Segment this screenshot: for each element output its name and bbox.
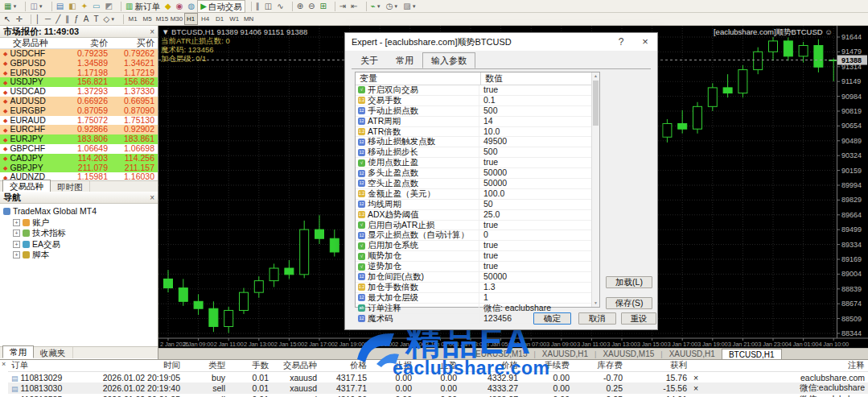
parameter-value[interactable]: true [479,241,599,250]
parameter-row[interactable]: √顺势加仓true [356,251,599,262]
periods-icon[interactable]: ◷▼ [384,1,401,12]
market-watch-row[interactable]: ◆GBPCHF1.066491.06698 [0,144,158,154]
terminal-column-header[interactable]: 时间 [87,360,183,372]
horizontal-line-icon[interactable]: ─ [43,14,53,25]
trendline-icon[interactable]: ╱ [53,14,63,25]
parameter-value[interactable]: 100.0 [479,189,599,199]
market-watch-row[interactable]: ◆AUDUSD0.669260.66951 [0,97,158,106]
scroll-up-icon[interactable]: ▲ [592,72,599,80]
navigator-item[interactable]: +技术指标 [3,228,158,239]
table-row[interactable]: ▤1108135852026.01.02 20:21:35sell0.01xau… [8,394,868,397]
column-bid[interactable]: 卖价 [61,38,110,48]
cancel-button[interactable]: 取消 [578,312,616,325]
autotrade-icon[interactable]: ▶自动交易 [197,0,245,13]
line-chart-icon[interactable]: ∿ [274,1,286,12]
parameter-value[interactable]: 50000 [479,272,599,282]
auto-scroll-icon[interactable]: ⇥ [337,1,348,12]
timeframe-h4[interactable]: H4 [199,13,212,25]
timeframe-m15[interactable]: M15 [155,13,169,25]
scrollbar[interactable]: ▲ ▼ [591,72,599,307]
timeframe-d1[interactable]: D1 [213,13,227,25]
indicators-icon[interactable]: ⌁▼ [368,1,384,12]
timeframe-m1[interactable]: M1 [126,13,140,25]
terminal-column-header[interactable]: 止盈 [415,360,460,372]
parameter-value[interactable]: 49500 [479,137,599,147]
terminal-column-header[interactable]: 手续费 [521,360,573,372]
timeframe-w1[interactable]: W1 [228,13,241,25]
terminal-column-header[interactable]: 止损 [370,360,415,372]
parameter-row[interactable]: 12ATR周期14 [356,117,599,127]
reset-button[interactable]: 重设 [621,312,656,325]
parameter-value[interactable]: 50000 [479,179,599,188]
strategy-tester-icon[interactable]: ◩ [103,1,115,12]
parameter-row[interactable]: 12空头止盈点数50000 [356,179,599,189]
data-window-icon[interactable]: ◧ [66,1,78,12]
parameter-value[interactable]: 14 [479,117,599,126]
parameter-row[interactable]: √逆势加仓true [356,262,599,272]
table-row[interactable]: ▤1108130302026.01.02 20:19:40sell0.01xau… [8,383,868,394]
new-order-icon[interactable]: ▥新订单 [123,1,162,12]
parameter-row[interactable]: 12手动止损点数500 [356,106,599,117]
navigator-tab[interactable]: 常用 [2,345,34,358]
parameter-row[interactable]: 12显示止损点数（自动计算）0 [356,230,599,241]
chart-tab[interactable]: XAUUSD,M15 [596,349,660,359]
vertical-line-icon[interactable]: │ [33,14,43,25]
market-watch-icon[interactable]: ▤ [54,1,66,12]
parameter-row[interactable]: 12均线周期50 [356,200,599,210]
cursor-icon[interactable]: ↖ [2,14,13,25]
close-order-icon[interactable]: × [690,394,703,397]
parameter-value[interactable]: 500 [479,106,599,116]
timeframe-m30[interactable]: M30 [170,13,183,25]
zoom-out-icon[interactable]: ⊖ [306,1,317,12]
parameter-value[interactable]: true [479,221,599,230]
parameter-value[interactable]: true [479,85,599,95]
terminal-column-header[interactable]: 获利 [626,360,690,372]
close-icon[interactable]: × [150,27,154,36]
parameter-row[interactable]: √使用点数止盈true [356,158,599,168]
navigator-item[interactable]: +账户 [3,217,158,229]
templates-icon[interactable]: ▨▼ [401,1,418,12]
terminal-icon[interactable]: ▭ [90,1,102,12]
community-icon[interactable]: ◍ [185,1,197,12]
navigator-root[interactable]: TradeMax Global MT4 [3,206,158,217]
navigator-icon[interactable]: ✦ [79,1,90,12]
parameter-row[interactable]: 1.2加仓手数倍数1.3 [356,283,599,293]
new-chart-icon[interactable]: ▦▼ [2,1,19,12]
chart-tab[interactable]: XAUUSD,H1 [663,349,722,359]
scrollbar-thumb[interactable] [593,81,599,126]
chart-tab[interactable]: EURUSD,M15 [469,349,533,359]
expand-icon[interactable]: + [13,241,20,248]
parameter-value[interactable]: true [479,158,599,167]
close-order-icon[interactable]: × [690,383,703,394]
candle-chart-icon[interactable]: ◫ [262,1,274,12]
parameter-value[interactable]: 1.3 [479,283,599,292]
dialog-tab[interactable]: 常用 [387,52,422,68]
table-row[interactable]: ▤1108130292026.01.02 20:19:05buy0.01xauu… [8,372,868,383]
fibonacci-icon[interactable]: ƒ [72,14,81,25]
crosshair-icon[interactable]: ✛ [13,14,24,25]
parameter-value[interactable]: 0.1 [479,96,599,105]
column-symbol[interactable]: 交易品种 [0,38,61,48]
close-icon[interactable]: × [2,360,6,368]
bar-chart-icon[interactable]: ∥ [253,1,262,12]
metaeditor-icon[interactable]: ◆ [162,1,174,12]
load-button[interactable]: 加载(L) [606,276,652,288]
help-button[interactable]: ? [609,33,633,51]
parameter-row[interactable]: √启用加仓系统true [356,241,599,251]
parameter-row[interactable]: √启用自动ATR止损true [356,221,599,231]
parameter-row[interactable]: √开启双向交易true [356,85,599,96]
terminal-column-header[interactable]: 手数 [228,360,272,372]
timeframe-mn[interactable]: MN [242,13,256,25]
ok-button[interactable]: 确定 [533,312,571,325]
terminal-column-header[interactable]: 类型 [183,360,228,372]
parameter-value[interactable]: 1 [479,293,599,303]
zoom-in-icon[interactable]: ⊕ [294,1,306,12]
scroll-down-icon[interactable]: ▼ [592,300,599,307]
terminal-column-header[interactable]: 注释 [703,360,868,372]
timeframe-h1[interactable]: H1 [184,13,198,25]
parameter-value[interactable]: 500 [479,147,599,157]
navigator-item[interactable]: +脚本 [3,250,158,261]
terminal-column-header[interactable]: 价格 [460,360,521,372]
parameter-row[interactable]: 1.2金额止盈（美元）100.0 [356,189,599,200]
parameter-row[interactable]: 12加仓间距(点数)50000 [356,272,599,283]
